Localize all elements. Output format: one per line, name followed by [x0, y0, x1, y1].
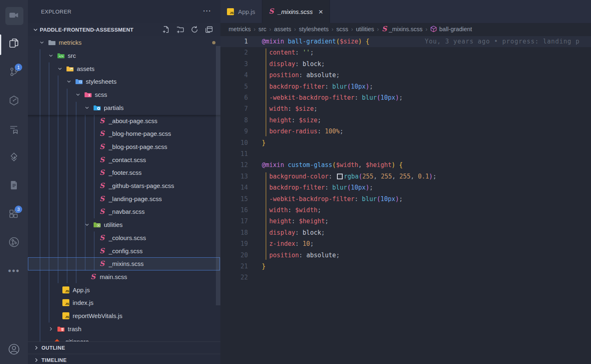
tab-_mixins.scss[interactable]: S_mixins.scss× — [262, 0, 330, 23]
code-text: display: block; — [262, 59, 325, 70]
breadcrumb-label: _mixins.scss — [389, 26, 422, 32]
tree-item-App.js[interactable]: JSApp.js — [28, 283, 220, 296]
line-number: 12 — [220, 160, 248, 171]
breadcrumb-item-metricks[interactable]: metricks — [229, 26, 251, 32]
code-line-22[interactable]: 22 — [220, 272, 591, 283]
code-line-12[interactable]: 12@mixin custom-glass($width, $height) { — [220, 160, 591, 171]
code-line-2[interactable]: 2 content: ''; — [220, 47, 591, 58]
file-sass-icon: S — [98, 156, 106, 163]
tree-item-_blog-post-page.scss[interactable]: S_blog-post-page.scss — [28, 140, 220, 153]
timeline-section-header[interactable]: TIMELINE — [28, 354, 220, 364]
code-line-20[interactable]: 20 position: absolute; — [220, 250, 591, 261]
activitybar-item-video-camera[interactable] — [0, 5, 28, 27]
code-line-4[interactable]: 4 position: absolute; — [220, 70, 591, 81]
tree-item-stylesheets[interactable]: stylesheets — [28, 75, 220, 88]
breadcrumb-separator: › — [269, 26, 271, 32]
breadcrumb-item-assets[interactable]: assets — [274, 26, 291, 32]
new-folder-icon[interactable] — [175, 25, 185, 34]
code-line-10[interactable]: 10} — [220, 137, 591, 149]
code-line-6[interactable]: 6 -webkit-backdrop-filter: blur(10px); — [220, 92, 591, 103]
tree-item-reportWebVitals.js[interactable]: JSreportWebVitals.js — [28, 309, 220, 323]
tab-App.js[interactable]: JSApp.js — [220, 0, 262, 23]
tree-item-label: _mixins.scss — [109, 260, 144, 267]
code-line-19[interactable]: 19 z-index: 10; — [220, 238, 591, 250]
code-text: } — [262, 137, 266, 149]
chevron-down-icon — [85, 222, 89, 227]
tree-item-_about-page.scss[interactable]: S_about-page.scss — [28, 114, 220, 127]
code-line-16[interactable]: 16 width: $width; — [220, 205, 591, 216]
more-actions-icon[interactable]: ⋯ — [203, 6, 211, 16]
tree-item-metricks[interactable]: metricks — [28, 36, 220, 49]
code-line-14[interactable]: 14 backdrop-filter: blur(10px); — [220, 182, 591, 193]
breadcrumb-item-utilities[interactable]: utilities — [356, 26, 374, 32]
tree-item-_landing-page.scss[interactable]: S_landing-page.scss — [28, 192, 220, 205]
sidebar-scrollbar[interactable] — [216, 46, 220, 305]
tree-item-_colours.scss[interactable]: S_colours.scss — [28, 231, 220, 245]
activitybar-item-document[interactable] — [0, 174, 28, 197]
tree-item-_github-stars-page.scss[interactable]: S_github-stars-page.scss — [28, 179, 220, 192]
tree-item-label: index.js — [73, 299, 94, 306]
tree-item-index.js[interactable]: JSindex.js — [28, 296, 220, 309]
activitybar-item-extensions[interactable]: 3 — [0, 203, 28, 226]
activitybar-item-layers-diamond[interactable] — [0, 147, 28, 169]
activitybar-item-hexagon-package[interactable] — [0, 90, 28, 113]
activitybar-item-source-control[interactable]: 1 — [0, 61, 28, 84]
tree-item-_navbar.scss[interactable]: S_navbar.scss — [28, 205, 220, 218]
activitybar-item-more-ellipsis[interactable]: ••• — [0, 259, 28, 282]
tree-item-utilities[interactable]: utilities — [28, 218, 220, 231]
tree-item-main.scss[interactable]: Smain.scss — [28, 270, 220, 284]
code-line-21[interactable]: 21} — [220, 261, 591, 272]
code-line-1[interactable]: 1@mixin ball-gradient($size) {You, 3 yea… — [220, 36, 591, 47]
activitybar-item-git-fork-circle[interactable] — [0, 231, 28, 254]
code-line-18[interactable]: 18 display: block; — [220, 227, 591, 238]
tree-item-label: App.js — [73, 286, 90, 293]
color-swatch[interactable] — [337, 174, 343, 179]
breadcrumb-item-ball-gradient[interactable]: ball-gradient — [430, 25, 472, 32]
new-file-icon[interactable] — [161, 25, 171, 34]
code-editor[interactable]: 1@mixin ball-gradient($size) {You, 3 yea… — [220, 35, 591, 364]
tree-item-_blog-home-page.scss[interactable]: S_blog-home-page.scss — [28, 127, 220, 140]
tree-item-label: _colours.scss — [109, 234, 146, 241]
tree-item-_contact.scss[interactable]: S_contact.scss — [28, 153, 220, 166]
tree-item-assets[interactable]: assets — [28, 62, 220, 75]
code-line-17[interactable]: 17 height: $height; — [220, 216, 591, 227]
breadcrumb-item-_mixins.scss[interactable]: S_mixins.scss — [382, 25, 422, 32]
code-line-13[interactable]: 13 background-color: rgba(255, 255, 255,… — [220, 171, 591, 182]
outline-section-header[interactable]: OUTLINE — [28, 341, 220, 354]
line-number: 14 — [220, 182, 248, 193]
code-line-15[interactable]: 15 -webkit-backdrop-filter: blur(10px); — [220, 194, 591, 205]
code-text: display: block; — [262, 227, 325, 238]
tree-item-scss[interactable]: Sscss — [28, 88, 220, 101]
code-line-11[interactable]: 11 — [220, 149, 591, 160]
hexagon-package-icon — [8, 95, 20, 108]
code-line-9[interactable]: 9 border-radius: 100%; — [220, 126, 591, 137]
tree-item-src[interactable]: </>src — [28, 49, 220, 62]
activitybar-item-flag-lines[interactable] — [0, 119, 28, 142]
tree-item-_config.scss[interactable]: S_config.scss — [28, 244, 220, 257]
activitybar-item-explorer-files[interactable] — [0, 33, 28, 56]
activitybar-item-account[interactable] — [0, 339, 28, 362]
tree-item-.gitignore[interactable]: .gitignore — [28, 335, 220, 341]
code-text: position: absolute; — [262, 250, 340, 261]
breadcrumb-item-src[interactable]: src — [259, 26, 266, 32]
file-js-icon: JS — [62, 312, 70, 319]
project-section-header[interactable]: PADDLE-FRONTEND-ASSESSMENT — [28, 23, 220, 36]
chevron-right-icon — [48, 326, 53, 331]
more-ellipsis-icon: ••• — [8, 266, 20, 276]
tree-item-_mixins.scss[interactable]: S_mixins.scss — [28, 257, 220, 270]
code-line-3[interactable]: 3 display: block; — [220, 59, 591, 70]
close-icon[interactable]: × — [318, 8, 323, 16]
code-text: @mixin custom-glass($width, $height) { — [262, 160, 403, 171]
line-number: 18 — [220, 227, 248, 238]
file-sass-icon: S — [98, 117, 106, 124]
code-line-8[interactable]: 8 height: $size; — [220, 115, 591, 126]
tree-item-trash[interactable]: trash — [28, 322, 220, 335]
code-line-5[interactable]: 5 backdrop-filter: blur(10px); — [220, 81, 591, 92]
tree-item-_footer.scss[interactable]: S_footer.scss — [28, 166, 220, 179]
collapse-all-icon[interactable] — [204, 25, 214, 34]
refresh-icon[interactable] — [190, 25, 199, 34]
tree-item-partials[interactable]: partials — [28, 101, 220, 114]
code-line-7[interactable]: 7 width: $size; — [220, 103, 591, 114]
breadcrumb-item-stylesheets[interactable]: stylesheets — [299, 26, 329, 32]
breadcrumb-item-scss[interactable]: scss — [336, 26, 348, 32]
